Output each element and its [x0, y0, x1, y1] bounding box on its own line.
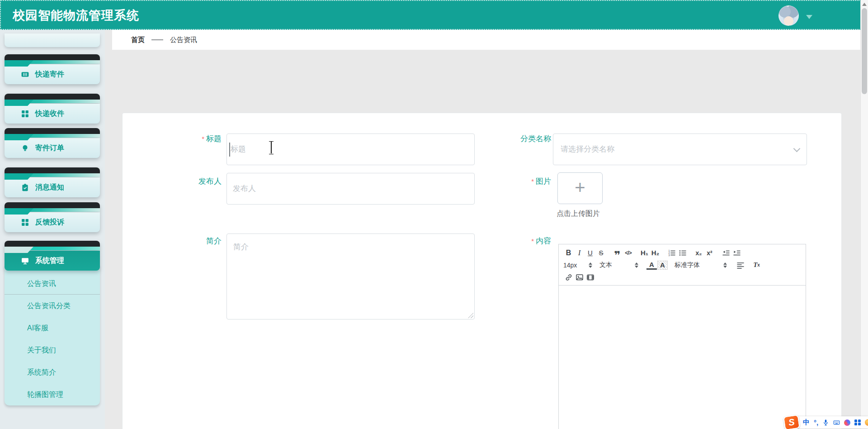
monitor-icon	[21, 257, 29, 265]
publisher-label: 发布人	[123, 176, 222, 186]
submenu-item-ai-service[interactable]: AI客服	[5, 317, 100, 339]
intro-placeholder: 简介	[233, 242, 249, 252]
keyboard-icon[interactable]	[833, 419, 840, 426]
format-select[interactable]: 文本	[599, 260, 638, 271]
subscript-icon[interactable]: x₂	[693, 248, 704, 258]
upload-hint: 点击上传图片	[557, 209, 600, 219]
clean-icon[interactable]: Tx	[751, 260, 762, 271]
sidebar-item-system-management[interactable]: 系统管理	[5, 241, 100, 271]
color-icon[interactable]: A	[646, 261, 657, 270]
plus-icon: +	[575, 178, 585, 196]
code-block-icon[interactable]: </>	[623, 248, 633, 258]
bulb-icon	[21, 144, 29, 153]
clipboard-check-icon	[21, 183, 29, 192]
editor-content-area[interactable]	[558, 286, 806, 429]
sidebar-item-label: 寄件订单	[35, 143, 64, 153]
avatar[interactable]	[778, 5, 799, 26]
required-mark: *	[531, 237, 534, 245]
sidebar-item-express-send[interactable]: 快递寄件	[5, 54, 100, 84]
punctuation-icon[interactable]: °,	[814, 419, 818, 426]
app-title: 校园智能物流管理系统	[13, 7, 139, 24]
sidebar: 快递寄件 快递收件	[0, 30, 105, 429]
mouse-ibeam-cursor	[269, 141, 274, 153]
system-submenu: 公告资讯 公告资讯分类 AI客服 关于我们 系统简介 轮播图管理	[5, 265, 100, 405]
rich-text-editor: BIUS❞</>H₁H₂123x₂x²14px文本AA标准字体Tx	[558, 244, 806, 429]
sidebar-item-partial[interactable]	[5, 33, 100, 47]
content-label: *内容	[412, 236, 551, 246]
scrollbar-thumb[interactable]	[862, 8, 867, 94]
text-caret	[229, 143, 230, 157]
sidebar-item-send-orders[interactable]: 寄件订单	[5, 128, 100, 158]
sidebar-item-label: 反馈投诉	[35, 218, 64, 227]
ticket-icon	[21, 70, 29, 79]
bold-icon[interactable]: B	[563, 248, 574, 258]
chevron-down-icon	[793, 145, 801, 153]
title-placeholder: 标题	[231, 134, 246, 165]
app-header: 校园智能物流管理系统	[0, 0, 868, 30]
bullet-list-icon[interactable]	[677, 248, 688, 258]
breadcrumb: 首页 公告资讯	[112, 30, 860, 50]
form-card: *标题 标题 分类名称 请选择分类名称 发布人 发布人 *图片 + 点击上传图片…	[122, 113, 842, 429]
header1-icon[interactable]: H₁	[639, 248, 650, 258]
breadcrumb-current: 公告资讯	[170, 36, 197, 44]
sidebar-item-label: 快递寄件	[35, 70, 64, 79]
skin-icon[interactable]	[844, 419, 850, 426]
blockquote-icon[interactable]: ❞	[612, 248, 623, 258]
indent-icon[interactable]	[731, 248, 742, 258]
font-select[interactable]: 标准字体	[675, 260, 727, 271]
image-icon[interactable]	[574, 272, 585, 283]
mic-icon[interactable]	[822, 419, 829, 426]
sidebar-item-label: 系统管理	[35, 256, 64, 266]
sogou-logo-icon[interactable]: S	[783, 415, 800, 429]
required-mark: *	[202, 135, 204, 143]
sidebar-item-label: 消息通知	[35, 183, 64, 192]
image-label: *图片	[412, 176, 551, 186]
breadcrumb-separator	[151, 39, 163, 40]
submenu-item-about-us[interactable]: 关于我们	[5, 339, 100, 361]
category-label: 分类名称	[412, 134, 551, 144]
video-icon[interactable]	[585, 272, 595, 283]
chevron-down-icon[interactable]	[806, 15, 812, 19]
submenu-item-announcement-categories[interactable]: 公告资讯分类	[5, 295, 100, 317]
outdent-icon[interactable]	[721, 248, 731, 258]
toolbox-icon[interactable]	[854, 419, 861, 426]
grid-icon	[21, 110, 29, 118]
size-select[interactable]: 14px	[563, 260, 592, 271]
strike-icon[interactable]: S	[596, 248, 606, 258]
ordered-list-icon[interactable]: 123	[666, 248, 677, 258]
underline-icon[interactable]: U	[585, 248, 595, 258]
updown-arrows-icon	[635, 262, 638, 268]
image-upload-box[interactable]: +	[557, 172, 603, 204]
sidebar-item-express-receive[interactable]: 快递收件	[5, 94, 100, 124]
scroll-up-icon[interactable]	[862, 3, 867, 6]
header2-icon[interactable]: H₂	[650, 248, 660, 258]
emoji-icon[interactable]	[865, 419, 868, 426]
submenu-item-carousel[interactable]: 轮播图管理	[5, 383, 100, 405]
superscript-icon[interactable]: x²	[704, 248, 715, 258]
svg-text:3: 3	[668, 253, 670, 256]
ime-pill: S 中°,	[792, 416, 868, 429]
sidebar-item-notifications[interactable]: 消息通知	[5, 167, 100, 197]
intro-label: 简介	[123, 236, 222, 246]
resize-handle[interactable]	[468, 313, 473, 318]
required-mark: *	[531, 177, 534, 185]
intro-textarea[interactable]: 简介	[226, 234, 475, 319]
submenu-item-system-intro[interactable]: 系统简介	[5, 361, 100, 383]
page: 校园智能物流管理系统 快递寄件	[0, 0, 868, 429]
align-icon[interactable]	[735, 260, 745, 271]
submenu-item-announcements[interactable]: 公告资讯	[5, 272, 100, 295]
breadcrumb-home[interactable]: 首页	[131, 36, 145, 44]
updown-arrows-icon	[723, 262, 727, 268]
sidebar-item-label: 快递收件	[35, 109, 64, 119]
italic-icon[interactable]: I	[574, 248, 585, 258]
page-scrollbar[interactable]	[860, 0, 868, 429]
editor-toolbar: BIUS❞</>H₁H₂123x₂x²14px文本AA标准字体Tx	[558, 244, 806, 286]
category-select[interactable]: 请选择分类名称	[553, 133, 807, 165]
title-label: *标题	[123, 134, 222, 144]
background-icon[interactable]: A	[657, 261, 668, 270]
link-icon[interactable]	[563, 272, 574, 283]
updown-arrows-icon	[589, 262, 592, 268]
sidebar-item-feedback[interactable]: 反馈投诉	[5, 202, 100, 232]
category-placeholder: 请选择分类名称	[561, 134, 614, 165]
chinese-mode-icon[interactable]: 中	[803, 418, 810, 427]
